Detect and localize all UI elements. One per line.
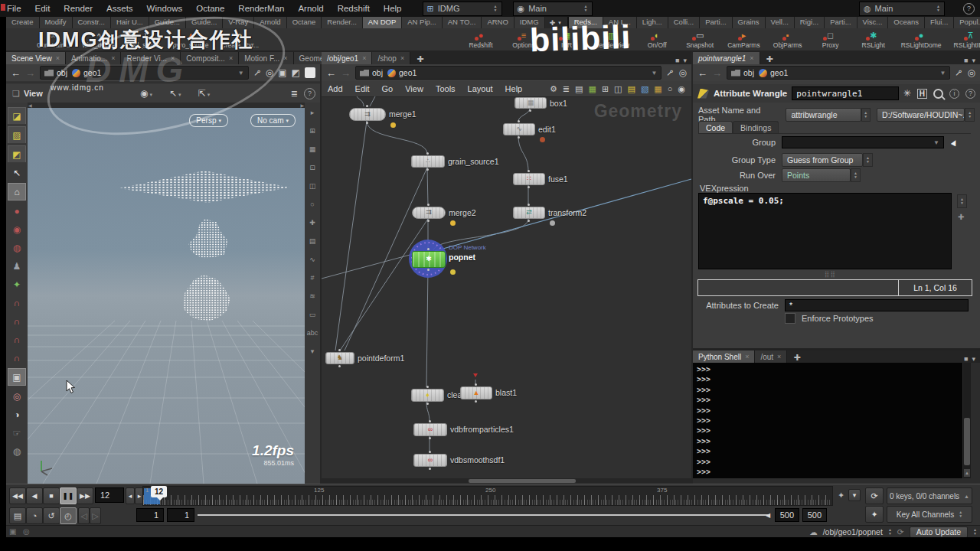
shelf-tab[interactable]: Octane [287, 17, 322, 28]
network-canvas[interactable]: Geometry [322, 96, 691, 478]
network-node[interactable]: ▲ blast1 [460, 386, 492, 399]
viewport-3d[interactable]: Persp▾ No cam▾ [28, 108, 305, 484]
pin-icon[interactable]: ⊸ [250, 66, 263, 79]
search-icon[interactable] [933, 89, 943, 99]
pane-tab[interactable]: Scene View× [6, 52, 66, 64]
viewport-tool-icon[interactable]: ✦ [8, 276, 25, 292]
viewport-hscrollbar[interactable]: ◀▶ [28, 103, 305, 108]
viewport-tool-icon[interactable]: ∩ [8, 350, 25, 366]
viewport-tool-icon[interactable]: ◍ [8, 443, 25, 459]
update-mode-selector[interactable]: Auto Update [910, 527, 968, 538]
network-tool-icon[interactable]: ▤ [628, 84, 635, 94]
shelf-tab[interactable]: Constr... [73, 17, 111, 28]
chevron-down-icon[interactable]: ▼ [238, 70, 244, 77]
network-node[interactable]: ♦ clean1 [411, 389, 444, 402]
vex-code-editor[interactable]: f@pscale = 0.05; [698, 193, 952, 269]
breadcrumb-obj[interactable]: obj [731, 68, 754, 77]
viewport-side-icon[interactable]: abc [307, 329, 318, 337]
network-tool-icon[interactable]: ▤ [575, 84, 583, 94]
pane-tab[interactable]: pointwrangle1× [693, 52, 760, 64]
close-icon[interactable]: × [750, 54, 753, 62]
menu-item[interactable]: Render [57, 4, 100, 13]
close-icon[interactable]: × [745, 353, 749, 360]
display-options-icon[interactable] [305, 67, 315, 78]
viewport-tool-icon[interactable]: ∩ [8, 295, 25, 311]
link-target-icon[interactable]: ◎ [968, 67, 975, 78]
view-tool-icon[interactable]: ◉ [140, 88, 152, 99]
pane-tab[interactable]: /out× [755, 350, 787, 363]
loop-mode-icon[interactable]: ⟳ [865, 487, 884, 504]
forward-arrow-icon[interactable]: → [341, 67, 351, 79]
pause-button[interactable]: ❚❚ [60, 487, 77, 504]
viewport-side-icon[interactable]: ≋ [309, 292, 315, 300]
select-tool-icon[interactable]: ↖ [169, 88, 181, 99]
back-arrow-icon[interactable]: ← [697, 67, 707, 79]
viewport-side-icon[interactable]: ▾ [311, 347, 315, 355]
realtime-clock-icon[interactable]: ◴ [60, 507, 77, 524]
pane-menu-icon[interactable]: ▾ [683, 57, 687, 64]
path-field[interactable]: obj geo1 ▼ [40, 66, 249, 80]
close-icon[interactable]: × [229, 54, 233, 62]
close-icon[interactable]: × [777, 353, 781, 360]
pane-tab[interactable]: /shop× [372, 52, 410, 64]
pane-maximize-icon[interactable]: ■ [675, 57, 679, 64]
shelf-tab[interactable]: Visc... [858, 17, 889, 28]
pane-tab[interactable]: Composit...× [181, 52, 239, 64]
range-slider-track[interactable] [198, 514, 770, 516]
shelf-tool[interactable]: ▦ IPR [551, 31, 582, 49]
menu-item[interactable]: Assets [100, 4, 140, 13]
back-arrow-icon[interactable]: ← [11, 67, 21, 79]
shelf-tab[interactable]: Hair U... [111, 17, 149, 28]
export-icon[interactable]: ▤ [9, 507, 26, 524]
shelf-tab[interactable]: Render... [322, 17, 363, 28]
menu-item[interactable]: Layout [462, 84, 499, 93]
viewport-tool-icon[interactable]: ◑ [8, 406, 25, 422]
shelf-tab[interactable]: Vell... [766, 17, 795, 28]
close-icon[interactable]: × [171, 54, 175, 62]
viewport-tool-icon[interactable]: ∩ [8, 313, 25, 329]
pane-tab[interactable]: Animatio...× [66, 52, 122, 64]
range-end2-field[interactable]: 500 [802, 508, 827, 522]
menu-item[interactable]: Help [499, 84, 529, 93]
viewport-tool-icon[interactable]: ☞ [8, 425, 25, 441]
timeline-ruler[interactable]: 1125250375 12 [142, 486, 833, 506]
menu-item[interactable]: Tools [430, 84, 462, 93]
stop-button[interactable]: ■ [43, 487, 60, 504]
menu-item[interactable]: Octane [189, 4, 231, 13]
shelf-tool[interactable]: ∿ wire_dopnet [82, 31, 117, 49]
forward-arrow-icon[interactable]: → [25, 67, 35, 79]
key-icon[interactable]: ✦ [838, 491, 844, 500]
close-icon[interactable]: × [56, 54, 60, 62]
current-node-path[interactable]: /obj/geo1/popnet [823, 527, 883, 536]
viewport-side-icon[interactable]: ▸ [311, 109, 315, 116]
menu-item[interactable]: Edit [28, 4, 57, 13]
network-tool-icon[interactable]: ▦ [588, 84, 596, 94]
menu-item[interactable]: Arnold [291, 4, 330, 13]
shelf-tab[interactable]: Grains [733, 17, 766, 28]
viewport-side-icon[interactable]: ▦ [309, 145, 316, 153]
path-field[interactable]: obj geo1 ▼ [727, 66, 950, 80]
list-options-icon[interactable]: ≣ [291, 89, 298, 99]
gear-menu-icon[interactable]: ✳ [903, 88, 911, 99]
shelf-tab[interactable]: Create [6, 17, 40, 28]
viewport-tool-icon[interactable]: ∩ [8, 331, 25, 347]
group-type-dropdown[interactable]: Guess from Group [782, 153, 863, 167]
shelf-tool[interactable]: ▲ pyro_source [173, 31, 209, 49]
viewport-tool-icon[interactable]: ◪ [8, 107, 26, 124]
viewport-side-icon[interactable]: ∿ [309, 256, 315, 263]
network-tool-icon[interactable]: ○ [668, 84, 673, 94]
shelf-tab[interactable]: Modify [40, 17, 73, 28]
menu-item[interactable]: Edit [349, 84, 376, 93]
viewport-tool-icon[interactable]: ◩ [8, 145, 26, 162]
shelf-tool[interactable]: ● Create_Pyr... [221, 31, 260, 49]
menu-item[interactable]: Windows [140, 4, 190, 13]
transform-tool-icon[interactable]: ⇱ [198, 88, 211, 99]
viewport-side-icon[interactable]: # [310, 274, 314, 282]
shelf-tab[interactable]: AN L... [603, 17, 637, 28]
viewport-side-icon[interactable]: ◫ [309, 182, 316, 190]
shelf-tool[interactable]: ● RSLightDome [901, 31, 942, 49]
right-viewstate-selector[interactable]: ◍ Main ▲▼ [859, 2, 945, 16]
link-target-icon[interactable]: ◎ [266, 67, 273, 78]
console-vscrollbar[interactable]: ▲ [963, 363, 971, 478]
pane-tab[interactable]: /obj/geo1× [322, 52, 372, 64]
